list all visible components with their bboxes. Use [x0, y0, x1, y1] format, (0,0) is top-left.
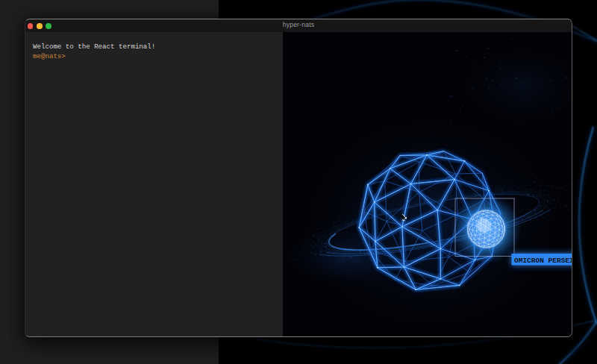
svg-text:OMICRON PERSEI 8: OMICRON PERSEI 8 [514, 257, 573, 265]
